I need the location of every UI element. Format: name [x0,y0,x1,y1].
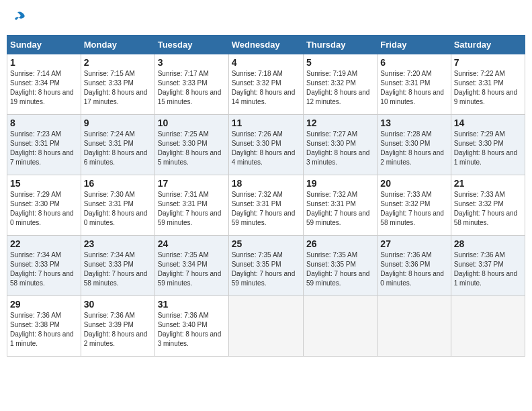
cell-info: Sunrise: 7:32 AM Sunset: 3:31 PM Dayligh… [232,190,300,228]
logo [11,9,27,27]
cell-info: Sunrise: 7:31 AM Sunset: 3:31 PM Dayligh… [158,190,226,228]
cell-info: Sunrise: 7:34 AM Sunset: 3:33 PM Dayligh… [10,250,78,288]
calendar-cell: 22Sunrise: 7:34 AM Sunset: 3:33 PM Dayli… [7,236,81,296]
cell-info: Sunrise: 7:19 AM Sunset: 3:32 PM Dayligh… [306,69,374,107]
cell-date: 22 [10,238,78,249]
calendar-cell: 3Sunrise: 7:17 AM Sunset: 3:33 PM Daylig… [154,54,228,115]
calendar-cell: 6Sunrise: 7:20 AM Sunset: 3:31 PM Daylig… [378,54,451,115]
cell-info: Sunrise: 7:23 AM Sunset: 3:31 PM Dayligh… [10,130,78,167]
cell-date: 8 [10,118,78,128]
calendar-cell: 9Sunrise: 7:24 AM Sunset: 3:31 PM Daylig… [81,115,154,175]
calendar-cell: 16Sunrise: 7:30 AM Sunset: 3:31 PM Dayli… [81,175,154,236]
calendar-cell: 25Sunrise: 7:35 AM Sunset: 3:35 PM Dayli… [228,236,303,296]
cell-info: Sunrise: 7:32 AM Sunset: 3:31 PM Dayligh… [306,190,374,228]
day-header-monday: Monday [81,36,154,54]
calendar-cell: 26Sunrise: 7:35 AM Sunset: 3:35 PM Dayli… [303,236,377,296]
cell-date: 10 [158,118,226,128]
cell-info: Sunrise: 7:17 AM Sunset: 3:33 PM Dayligh… [158,69,226,107]
cell-date: 25 [232,238,300,249]
calendar-cell [303,296,377,357]
cell-date: 3 [158,57,226,68]
calendar-cell: 8Sunrise: 7:23 AM Sunset: 3:31 PM Daylig… [7,115,81,175]
cell-date: 21 [454,178,522,189]
calendar-cell: 19Sunrise: 7:32 AM Sunset: 3:31 PM Dayli… [303,175,377,236]
cell-info: Sunrise: 7:20 AM Sunset: 3:31 PM Dayligh… [380,69,447,107]
cell-info: Sunrise: 7:24 AM Sunset: 3:31 PM Dayligh… [84,130,152,167]
cell-date: 12 [306,118,374,128]
calendar-cell: 14Sunrise: 7:29 AM Sunset: 3:30 PM Dayli… [451,115,525,175]
calendar-cell: 13Sunrise: 7:28 AM Sunset: 3:30 PM Dayli… [378,115,451,175]
calendar-cell [228,296,303,357]
cell-info: Sunrise: 7:14 AM Sunset: 3:34 PM Dayligh… [10,69,78,107]
week-row-5: 29Sunrise: 7:36 AM Sunset: 3:38 PM Dayli… [7,296,525,357]
calendar-cell: 7Sunrise: 7:22 AM Sunset: 3:31 PM Daylig… [451,54,525,115]
cell-date: 28 [454,238,522,249]
cell-date: 24 [158,238,226,249]
cell-date: 13 [380,118,447,128]
calendar-cell: 1Sunrise: 7:14 AM Sunset: 3:34 PM Daylig… [7,54,81,115]
cell-date: 9 [84,118,152,128]
cell-date: 23 [84,238,152,249]
cell-date: 19 [306,178,374,189]
week-row-2: 8Sunrise: 7:23 AM Sunset: 3:31 PM Daylig… [7,115,525,175]
cell-date: 26 [306,238,374,249]
calendar-cell: 31Sunrise: 7:36 AM Sunset: 3:40 PM Dayli… [154,296,228,357]
cell-info: Sunrise: 7:36 AM Sunset: 3:38 PM Dayligh… [10,311,78,349]
cell-info: Sunrise: 7:30 AM Sunset: 3:31 PM Dayligh… [84,190,152,228]
cell-info: Sunrise: 7:15 AM Sunset: 3:33 PM Dayligh… [84,69,152,107]
calendar-cell: 21Sunrise: 7:33 AM Sunset: 3:32 PM Dayli… [451,175,525,236]
day-header-thursday: Thursday [303,36,377,54]
cell-info: Sunrise: 7:35 AM Sunset: 3:34 PM Dayligh… [158,250,226,288]
cell-info: Sunrise: 7:27 AM Sunset: 3:30 PM Dayligh… [306,130,374,167]
cell-info: Sunrise: 7:33 AM Sunset: 3:32 PM Dayligh… [454,190,522,228]
cell-info: Sunrise: 7:36 AM Sunset: 3:36 PM Dayligh… [380,250,447,288]
header [7,7,525,30]
week-row-4: 22Sunrise: 7:34 AM Sunset: 3:33 PM Dayli… [7,236,525,296]
calendar-table: SundayMondayTuesdayWednesdayThursdayFrid… [7,35,525,357]
day-header-row: SundayMondayTuesdayWednesdayThursdayFrid… [7,36,525,54]
cell-date: 30 [84,299,152,310]
cell-info: Sunrise: 7:35 AM Sunset: 3:35 PM Dayligh… [306,250,374,288]
cell-date: 20 [380,178,447,189]
week-row-3: 15Sunrise: 7:29 AM Sunset: 3:30 PM Dayli… [7,175,525,236]
cell-info: Sunrise: 7:36 AM Sunset: 3:37 PM Dayligh… [454,250,522,288]
cell-info: Sunrise: 7:33 AM Sunset: 3:32 PM Dayligh… [380,190,447,228]
cell-date: 7 [454,57,522,68]
cell-date: 4 [232,57,300,68]
cell-info: Sunrise: 7:18 AM Sunset: 3:32 PM Dayligh… [232,69,300,107]
day-header-tuesday: Tuesday [154,36,228,54]
cell-info: Sunrise: 7:22 AM Sunset: 3:31 PM Dayligh… [454,69,522,107]
cell-info: Sunrise: 7:28 AM Sunset: 3:30 PM Dayligh… [380,130,447,167]
cell-date: 1 [10,57,78,68]
cell-date: 16 [84,178,152,189]
calendar-cell: 15Sunrise: 7:29 AM Sunset: 3:30 PM Dayli… [7,175,81,236]
calendar-cell: 24Sunrise: 7:35 AM Sunset: 3:34 PM Dayli… [154,236,228,296]
cell-info: Sunrise: 7:36 AM Sunset: 3:39 PM Dayligh… [84,311,152,349]
cell-info: Sunrise: 7:29 AM Sunset: 3:30 PM Dayligh… [454,130,522,167]
calendar-cell: 29Sunrise: 7:36 AM Sunset: 3:38 PM Dayli… [7,296,81,357]
cell-date: 31 [158,299,226,310]
cell-date: 11 [232,118,300,128]
cell-date: 29 [10,299,78,310]
calendar-cell: 4Sunrise: 7:18 AM Sunset: 3:32 PM Daylig… [228,54,303,115]
cell-info: Sunrise: 7:25 AM Sunset: 3:30 PM Dayligh… [158,130,226,167]
calendar-cell: 30Sunrise: 7:36 AM Sunset: 3:39 PM Dayli… [81,296,154,357]
cell-date: 27 [380,238,447,249]
calendar-cell: 23Sunrise: 7:34 AM Sunset: 3:33 PM Dayli… [81,236,154,296]
cell-date: 15 [10,178,78,189]
calendar-cell: 10Sunrise: 7:25 AM Sunset: 3:30 PM Dayli… [154,115,228,175]
cell-info: Sunrise: 7:34 AM Sunset: 3:33 PM Dayligh… [84,250,152,288]
cell-date: 17 [158,178,226,189]
day-header-wednesday: Wednesday [228,36,303,54]
calendar-cell: 17Sunrise: 7:31 AM Sunset: 3:31 PM Dayli… [154,175,228,236]
calendar-cell: 28Sunrise: 7:36 AM Sunset: 3:37 PM Dayli… [451,236,525,296]
day-header-friday: Friday [378,36,451,54]
cell-date: 14 [454,118,522,128]
cell-date: 2 [84,57,152,68]
cell-info: Sunrise: 7:35 AM Sunset: 3:35 PM Dayligh… [232,250,300,288]
calendar-cell: 20Sunrise: 7:33 AM Sunset: 3:32 PM Dayli… [378,175,451,236]
cell-info: Sunrise: 7:36 AM Sunset: 3:40 PM Dayligh… [158,311,226,349]
calendar-cell [378,296,451,357]
calendar-cell [451,296,525,357]
calendar-cell: 2Sunrise: 7:15 AM Sunset: 3:33 PM Daylig… [81,54,154,115]
